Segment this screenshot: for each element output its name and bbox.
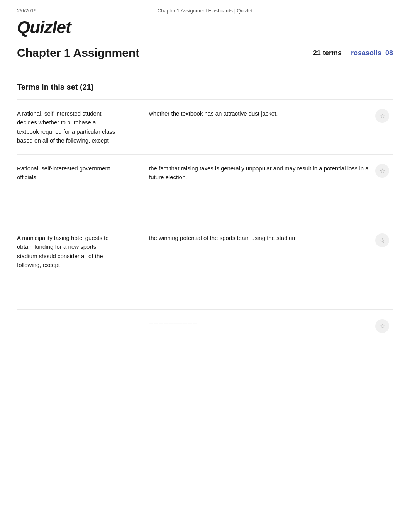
partial-flashcard-row: ────────── (17, 309, 393, 371)
divider (137, 164, 137, 191)
flashcard-row: Rational, self-interested government off… (17, 154, 393, 201)
spacer (17, 279, 393, 309)
term-text: A rational, self-interested student deci… (17, 109, 125, 145)
page-title-label: Chapter 1 Assignment Flashcards | Quizle… (158, 8, 252, 14)
svg-text:Quizlet: Quizlet (17, 18, 72, 37)
star-button[interactable] (375, 164, 389, 178)
divider (137, 109, 137, 145)
username-link[interactable]: rosasolis_08 (351, 49, 393, 57)
definition-text: the winning potential of the sports team… (149, 233, 393, 269)
star-button[interactable] (375, 233, 389, 247)
definition-text: whether the textbook has an attractive d… (149, 109, 393, 145)
divider (137, 319, 137, 362)
star-button[interactable] (375, 319, 389, 333)
terms-count: 21 terms (313, 49, 342, 57)
definition-text: ────────── (149, 319, 393, 362)
star-button[interactable] (375, 109, 389, 123)
logo-text: Quizlet (17, 15, 94, 42)
partial-definition-preview: ────────── (149, 320, 198, 327)
quizlet-logo[interactable]: Quizlet (17, 17, 86, 39)
term-text: Rational, self-interested government off… (17, 164, 125, 191)
date-label: 2/6/2019 (17, 8, 37, 14)
flashcard-row: A municipality taxing hotel guests to ob… (17, 224, 393, 279)
term-text (17, 319, 125, 362)
divider (137, 233, 137, 269)
spacer (17, 201, 393, 224)
assignment-title: Chapter 1 Assignment (17, 46, 139, 59)
term-text: A municipality taxing hotel guests to ob… (17, 233, 125, 269)
terms-section: Terms in this set (21) A rational, self-… (0, 59, 410, 371)
definition-text: the fact that raising taxes is generally… (149, 164, 393, 191)
terms-heading: Terms in this set (21) (17, 83, 393, 92)
flashcard-row: A rational, self-interested student deci… (17, 99, 393, 154)
page-header: Chapter 1 Assignment 21 terms rosasolis_… (0, 39, 410, 59)
